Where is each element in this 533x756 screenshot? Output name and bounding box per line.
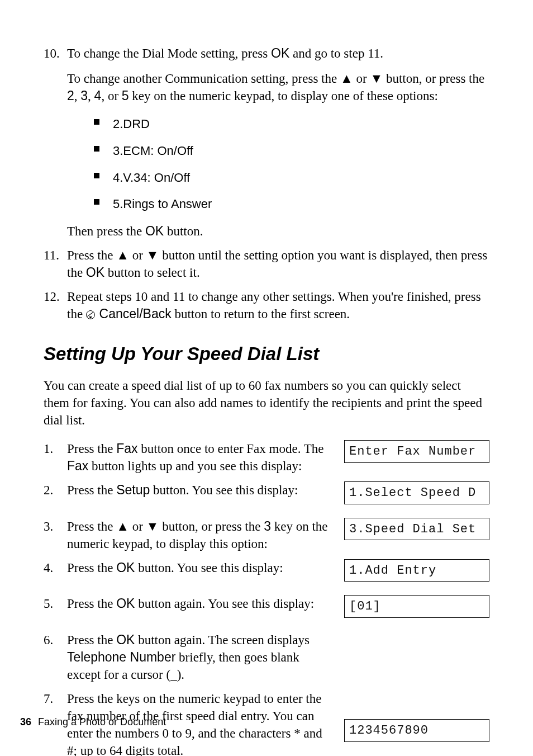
key-5: 5: [122, 88, 129, 103]
text: Then press the: [67, 224, 145, 238]
fax-label: Fax: [116, 441, 137, 456]
step-number: 6.: [44, 631, 67, 649]
step-number: 3.: [44, 518, 67, 535]
chapter-title: Faxing a Photo or Document: [38, 716, 166, 727]
lcd-display: 3.Speed Dial Set: [344, 518, 489, 541]
lcd-display: [01]: [344, 595, 489, 618]
fax-label: Fax: [67, 459, 88, 473]
intro-paragraph: You can create a speed dial list of up t…: [44, 377, 489, 429]
cancel-back-label: Cancel/Back: [99, 306, 172, 321]
text: button.: [164, 224, 203, 238]
text: To change the Dial Mode setting, press: [67, 46, 271, 60]
ok-label: OK: [116, 560, 135, 575]
step-number: 4.: [44, 559, 67, 577]
text: ,: [88, 89, 94, 103]
text: To change another Communication setting,…: [67, 72, 340, 86]
telephone-number-label: Telephone Number: [67, 650, 175, 664]
text: Press the: [67, 248, 116, 262]
text: or: [129, 519, 146, 533]
up-arrow-icon: ▲: [116, 519, 129, 533]
ok-label: OK: [116, 596, 135, 611]
page-footer: 36Faxing a Photo or Document: [20, 716, 166, 728]
text: Press the: [67, 597, 116, 611]
up-arrow-icon: ▲: [116, 248, 129, 262]
text: ,: [74, 89, 81, 103]
key-4: 4: [94, 88, 102, 103]
lcd-display: Enter Fax Number: [344, 440, 489, 463]
text: Press the: [67, 483, 116, 497]
text: key on the numeric keypad, to display on…: [129, 89, 438, 103]
lcd-display: 1.Select Speed D: [344, 481, 489, 504]
option-ecm: 3.ECM: On/Off: [91, 143, 489, 159]
text: Press the: [67, 442, 116, 456]
setup-label: Setup: [116, 483, 150, 497]
text: or: [353, 72, 370, 86]
options-list: 2.DRD 3.ECM: On/Off 4.V.34: On/Off 5.Rin…: [91, 116, 489, 212]
text: button again. The screen displays: [135, 633, 310, 647]
lcd-display: 1234567890: [344, 719, 489, 742]
text: button again. You see this display:: [135, 597, 314, 611]
step-10: 10. To change the Dial Mode setting, pre…: [44, 45, 489, 240]
option-rings: 5.Rings to Answer: [91, 196, 489, 212]
sd-step-5: 5. Press the OK button again. You see th…: [44, 595, 489, 625]
ok-label: OK: [271, 46, 289, 60]
ok-label: OK: [86, 265, 104, 280]
key-3: 3: [80, 88, 88, 103]
up-arrow-icon: ▲: [340, 71, 353, 86]
step-number: 1.: [44, 440, 67, 457]
option-v34: 4.V.34: On/Off: [91, 169, 489, 186]
down-arrow-icon: ▼: [370, 71, 383, 86]
step-number: 11.: [44, 247, 67, 281]
step-number: 10.: [44, 45, 67, 240]
step-number: 2.: [44, 481, 67, 499]
sd-step-6: 6. Press the OK button again. The screen…: [44, 631, 489, 683]
step-12: 12. Repeat steps 10 and 11 to change any…: [44, 288, 489, 323]
step-11: 11. Press the ▲ or ▼ button until the se…: [44, 247, 489, 281]
down-arrow-icon: ▼: [146, 248, 159, 262]
section-heading: Setting Up Your Speed Dial List: [44, 342, 489, 367]
page-number: 36: [20, 716, 31, 727]
text: button to select it.: [104, 266, 200, 280]
cancel-back-icon: [86, 310, 95, 319]
text: button. You see this display:: [135, 561, 283, 575]
option-drd: 2.DRD: [91, 116, 489, 133]
text: , or: [101, 89, 121, 103]
text: button, or press the: [159, 519, 264, 533]
ok-label: OK: [116, 632, 135, 647]
sd-step-4: 4. Press the OK button. You see this dis…: [44, 559, 489, 589]
text: button to return to the first screen.: [172, 307, 350, 321]
text: Press the: [67, 519, 116, 533]
step-number: 12.: [44, 288, 67, 323]
lcd-display: 1.Add Entry: [344, 559, 489, 582]
step-number: 7.: [44, 690, 67, 707]
key-2: 2: [67, 88, 74, 103]
text: button once to enter Fax mode. The: [138, 442, 324, 456]
step-number: 5.: [44, 595, 67, 612]
key-3: 3: [264, 519, 271, 533]
text: Press the: [67, 633, 116, 647]
text: or: [129, 248, 146, 262]
text: button lights up and you see this displa…: [88, 459, 302, 473]
sd-step-2: 2. Press the Setup button. You see this …: [44, 481, 489, 511]
down-arrow-icon: ▼: [146, 519, 159, 533]
text: button, or press the: [383, 72, 484, 86]
text: button. You see this display:: [150, 483, 298, 497]
text: and go to step 11.: [289, 46, 383, 60]
sd-step-1: 1. Press the Fax button once to enter Fa…: [44, 440, 489, 475]
sd-step-3: 3. Press the ▲ or ▼ button, or press the…: [44, 518, 489, 552]
text: Press the: [67, 561, 116, 575]
ok-label: OK: [145, 224, 164, 238]
